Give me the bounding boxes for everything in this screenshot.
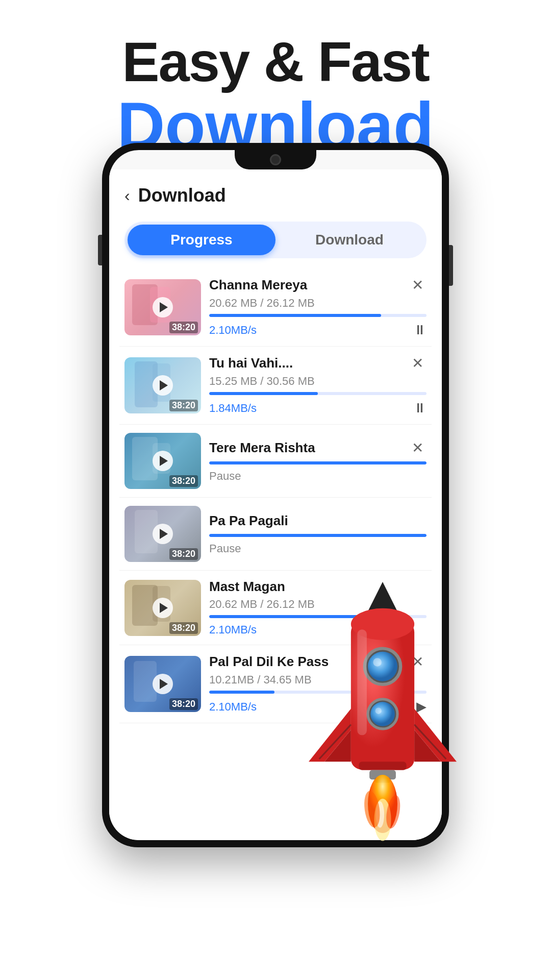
close-btn-3[interactable]: ✕ bbox=[409, 439, 427, 456]
close-btn-6[interactable]: ✕ bbox=[409, 653, 427, 670]
header-line1: Easy & Fast bbox=[0, 31, 551, 92]
download-item-1: 38:20 Channa Mereya ✕ 20.62 MB / 26.12 M… bbox=[119, 268, 432, 347]
bottom-row-4: Pause bbox=[209, 542, 427, 555]
play-resume-btn-6[interactable]: ▶ bbox=[416, 699, 427, 715]
tab-bar: Progress Download bbox=[124, 222, 427, 258]
thumbnail-5: 38:20 bbox=[124, 580, 201, 636]
pause-btn-2[interactable]: ⏸ bbox=[413, 400, 427, 416]
play-icon-5 bbox=[160, 603, 168, 613]
thumbnail-6: 38:20 bbox=[124, 656, 201, 712]
play-btn-5[interactable] bbox=[153, 598, 173, 618]
close-btn-1[interactable]: ✕ bbox=[409, 277, 427, 293]
pause-btn-1[interactable]: ⏸ bbox=[413, 322, 427, 338]
duration-2: 38:20 bbox=[169, 400, 198, 411]
item-info-5: Mast Magan 20.62 MB / 26.12 MB 2.10MB/s bbox=[209, 579, 427, 636]
progress-fill-4 bbox=[209, 534, 427, 537]
progress-fill-6 bbox=[209, 691, 274, 694]
title-row-1: Channa Mereya ✕ bbox=[209, 277, 427, 293]
top-bar: ‹ Download bbox=[109, 169, 442, 216]
item-info-4: Pa Pa Pagali Pause bbox=[209, 513, 427, 555]
progress-fill-1 bbox=[209, 314, 381, 317]
title-row-2: Tu hai Vahi.... ✕ bbox=[209, 355, 427, 372]
thumbnail-4: 38:20 bbox=[124, 506, 201, 562]
thumbnail-1: 38:20 bbox=[124, 279, 201, 335]
item-title-3: Tere Mera Rishta bbox=[209, 440, 409, 456]
play-btn-2[interactable] bbox=[153, 375, 173, 396]
items-list: 38:20 Channa Mereya ✕ 20.62 MB / 26.12 M… bbox=[109, 268, 442, 723]
close-btn-2[interactable]: ✕ bbox=[409, 355, 427, 372]
progress-fill-2 bbox=[209, 392, 318, 395]
play-icon-2 bbox=[160, 380, 168, 390]
item-title-1: Channa Mereya bbox=[209, 277, 409, 293]
progress-bg-5 bbox=[209, 615, 427, 618]
phone-mockup: ‹ Download Progress Download bbox=[102, 143, 449, 847]
bottom-row-5: 2.10MB/s bbox=[209, 623, 427, 636]
play-btn-4[interactable] bbox=[153, 524, 173, 544]
progress-fill-3 bbox=[209, 461, 427, 464]
play-btn-3[interactable] bbox=[153, 451, 173, 471]
progress-bg-4 bbox=[209, 534, 427, 537]
thumbnail-2: 38:20 bbox=[124, 357, 201, 413]
item-title-6: Pal Pal Dil Ke Pass bbox=[209, 654, 409, 670]
item-size-2: 15.25 MB / 30.56 MB bbox=[209, 375, 427, 388]
item-title-2: Tu hai Vahi.... bbox=[209, 355, 409, 371]
bottom-row-3: Pause bbox=[209, 470, 427, 483]
title-row-6: Pal Pal Dil Ke Pass ✕ bbox=[209, 653, 427, 670]
duration-5: 38:20 bbox=[169, 622, 198, 634]
front-camera bbox=[270, 154, 281, 165]
title-row-4: Pa Pa Pagali bbox=[209, 513, 427, 529]
progress-bg-1 bbox=[209, 314, 427, 317]
duration-6: 38:20 bbox=[169, 698, 198, 710]
duration-4: 38:20 bbox=[169, 548, 198, 560]
play-icon-6 bbox=[160, 679, 168, 689]
item-info-2: Tu hai Vahi.... ✕ 15.25 MB / 30.56 MB 1.… bbox=[209, 355, 427, 416]
progress-bg-6 bbox=[209, 691, 427, 694]
download-item-4: 38:20 Pa Pa Pagali Pause bbox=[119, 498, 432, 571]
phone-outer: ‹ Download Progress Download bbox=[102, 143, 449, 847]
item-speed-2: 1.84MB/s bbox=[209, 402, 257, 415]
play-btn-6[interactable] bbox=[153, 674, 173, 694]
item-info-1: Channa Mereya ✕ 20.62 MB / 26.12 MB 2.10… bbox=[209, 277, 427, 338]
play-icon-4 bbox=[160, 529, 168, 539]
back-arrow-icon[interactable]: ‹ bbox=[124, 186, 130, 205]
tab-download[interactable]: Download bbox=[276, 225, 423, 255]
item-speed-6: 2.10MB/s bbox=[209, 700, 257, 714]
item-info-3: Tere Mera Rishta ✕ Pause bbox=[209, 439, 427, 483]
thumbnail-3: 38:20 bbox=[124, 433, 201, 489]
play-icon-3 bbox=[160, 456, 168, 466]
item-speed-5: 2.10MB/s bbox=[209, 623, 257, 636]
download-item-6: 38:20 Pal Pal Dil Ke Pass ✕ 10.21MB / 34… bbox=[119, 645, 432, 723]
progress-bg-2 bbox=[209, 392, 427, 395]
tab-progress[interactable]: Progress bbox=[128, 225, 276, 255]
bottom-row-6: 2.10MB/s ▶ bbox=[209, 699, 427, 715]
play-icon-1 bbox=[160, 302, 168, 312]
item-size-6: 10.21MB / 34.65 MB bbox=[209, 673, 427, 687]
screen-content: ‹ Download Progress Download bbox=[109, 169, 442, 840]
play-btn-1[interactable] bbox=[153, 297, 173, 317]
title-row-5: Mast Magan bbox=[209, 579, 427, 595]
phone-notch bbox=[235, 150, 316, 169]
download-item-3: 38:20 Tere Mera Rishta ✕ Pause bbox=[119, 425, 432, 498]
item-title-5: Mast Magan bbox=[209, 579, 427, 595]
item-title-4: Pa Pa Pagali bbox=[209, 513, 427, 529]
phone-inner: ‹ Download Progress Download bbox=[109, 150, 442, 840]
duration-3: 38:20 bbox=[169, 475, 198, 487]
item-size-1: 20.62 MB / 26.12 MB bbox=[209, 297, 427, 310]
download-item-5: 38:20 Mast Magan 20.62 MB / 26.12 MB bbox=[119, 571, 432, 645]
pause-label-4: Pause bbox=[209, 542, 241, 555]
progress-bg-3 bbox=[209, 461, 427, 464]
item-size-5: 20.62 MB / 26.12 MB bbox=[209, 598, 427, 611]
download-item-2: 38:20 Tu hai Vahi.... ✕ 15.25 MB / 30.56… bbox=[119, 347, 432, 425]
page-title: Download bbox=[138, 185, 226, 206]
progress-fill-5 bbox=[209, 615, 372, 618]
bottom-row-2: 1.84MB/s ⏸ bbox=[209, 400, 427, 416]
title-row-3: Tere Mera Rishta ✕ bbox=[209, 439, 427, 456]
item-info-6: Pal Pal Dil Ke Pass ✕ 10.21MB / 34.65 MB… bbox=[209, 653, 427, 715]
item-speed-1: 2.10MB/s bbox=[209, 324, 257, 337]
duration-1: 38:20 bbox=[169, 322, 198, 333]
pause-label-3: Pause bbox=[209, 470, 241, 483]
bottom-row-1: 2.10MB/s ⏸ bbox=[209, 322, 427, 338]
